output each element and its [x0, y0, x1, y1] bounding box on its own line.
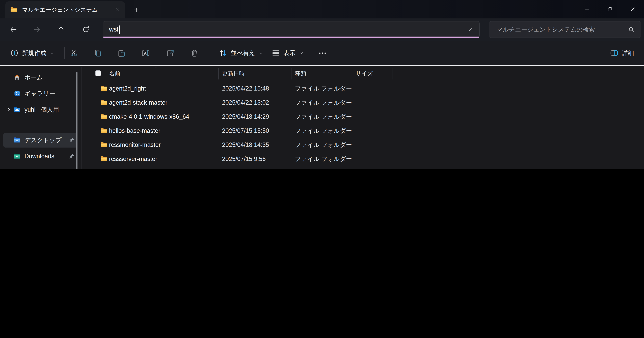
sidebar-item-documents[interactable]: ドキュメント	[3, 165, 78, 169]
ellipsis-icon	[318, 48, 327, 58]
documents-folder-icon	[14, 169, 21, 169]
sidebar-pinned-group: デスクトップDownloadsドキュメントピクチャミュージックビデオ	[0, 133, 82, 169]
sidebar-item-label: ホーム	[24, 70, 43, 85]
column-separator[interactable]	[392, 68, 392, 80]
desktop-folder-icon	[14, 136, 21, 144]
sidebar-top-group: ホームギャラリーyuhi - 個人用	[0, 70, 82, 117]
plus-circle-icon	[10, 48, 19, 57]
restore-button[interactable]	[598, 0, 621, 18]
sidebar-item-gallery[interactable]: ギャラリー	[3, 86, 78, 101]
chevron-down-icon	[258, 51, 263, 55]
file-name: cmake-4.0.1-windows-x86_64	[109, 110, 189, 124]
folder-icon	[100, 99, 108, 106]
details-pane-label: 詳細	[622, 49, 634, 57]
file-date: 2025/07/15 9:56	[222, 152, 266, 166]
table-row[interactable]: rcssmonitor-master2025/04/18 14:35ファイル フ…	[82, 138, 644, 152]
sidebar-item-downloads[interactable]: Downloads	[3, 149, 78, 164]
table-row[interactable]: rcssserver-master2025/07/15 9:56ファイル フォル…	[82, 152, 644, 166]
downloads-folder-icon	[14, 152, 21, 160]
tab-close-button[interactable]	[112, 5, 122, 15]
tab-title: マルチエージェントシステム	[22, 6, 112, 14]
minimize-button[interactable]	[576, 0, 598, 18]
forward-button[interactable]	[30, 23, 44, 36]
column-separator[interactable]	[291, 68, 292, 80]
column-header-size[interactable]: サイズ	[356, 66, 373, 80]
sidebar-scrollbar[interactable]	[76, 72, 78, 169]
sidebar-item-label: yuhi - 個人用	[24, 102, 59, 117]
search-placeholder: マルチエージェントシステムの検索	[496, 26, 628, 34]
scissors-icon	[69, 48, 78, 58]
details-pane-button[interactable]: 詳細	[606, 45, 638, 61]
folder-icon	[100, 141, 108, 148]
file-date: 2025/05/20 19:27	[222, 166, 269, 169]
copy-button[interactable]	[90, 45, 105, 61]
search-icon	[628, 26, 635, 33]
toolbar-divider	[64, 47, 65, 59]
gallery-icon	[14, 90, 21, 97]
cut-button[interactable]	[66, 45, 81, 61]
sidebar-item-label: Downloads	[24, 149, 54, 164]
title-bar: マルチエージェントシステム	[0, 0, 644, 18]
column-header-name[interactable]: 名前	[109, 66, 120, 80]
folder-icon	[100, 155, 108, 163]
table-row[interactable]: agent2d-stack-master2025/04/22 13:02ファイル…	[82, 96, 644, 110]
chevron-right-icon[interactable]	[6, 107, 12, 113]
column-header-type[interactable]: 種類	[295, 66, 306, 80]
column-separator[interactable]	[218, 68, 219, 80]
file-date: 2025/04/22 15:48	[222, 82, 269, 96]
file-name: helios-base-master	[109, 124, 160, 138]
sidebar-item-onedrive-yuhi[interactable]: yuhi - 個人用	[3, 102, 78, 117]
file-size	[337, 138, 388, 152]
folder-icon	[100, 113, 108, 120]
toolbar-divider	[210, 47, 210, 59]
table-row[interactable]: helios-base-master2025/07/15 15:50ファイル フ…	[82, 124, 644, 138]
share-button[interactable]	[162, 45, 178, 61]
new-button-label: 新規作成	[22, 49, 46, 57]
rename-button[interactable]	[138, 45, 153, 61]
file-type: RCG ファイル	[295, 166, 334, 169]
command-toolbar: 新規作成 並べ替え 表示 詳細	[0, 41, 644, 65]
sort-ascending-icon	[153, 66, 159, 70]
close-button[interactable]	[621, 0, 644, 18]
address-input[interactable]: wsl	[103, 21, 480, 38]
window-controls	[576, 0, 644, 18]
explorer-tab[interactable]: マルチエージェントシステム	[5, 1, 125, 18]
sidebar-item-home[interactable]: ホーム	[3, 70, 78, 85]
table-row[interactable]: agent2d_right2025/04/22 15:48ファイル フォルダー	[82, 82, 644, 96]
navigation-bar: wsl マルチエージェントシステムの検索	[0, 18, 644, 41]
home-icon	[14, 74, 21, 81]
folder-icon	[100, 127, 108, 134]
file-name: 20250520192010-HELIOS_base_3-vs-H...	[109, 166, 217, 169]
sort-button[interactable]: 並べ替え	[215, 45, 267, 61]
pin-icon	[68, 153, 75, 160]
more-options-button[interactable]	[314, 45, 330, 61]
sidebar-item-desktop[interactable]: デスクトップ	[3, 133, 78, 148]
file-size	[337, 110, 388, 124]
sidebar-item-label: ドキュメント	[24, 165, 62, 169]
search-input[interactable]: マルチエージェントシステムの検索	[489, 21, 641, 38]
file-size	[337, 96, 388, 110]
file-size	[337, 82, 388, 96]
view-button[interactable]: 表示	[267, 45, 308, 61]
paste-button[interactable]	[114, 45, 129, 61]
file-name: agent2d_right	[109, 82, 146, 96]
sort-arrows-icon	[219, 48, 228, 57]
onedrive-folder-icon	[14, 106, 21, 113]
column-separator[interactable]	[348, 68, 348, 80]
back-button[interactable]	[7, 23, 20, 36]
refresh-button[interactable]	[79, 23, 92, 36]
file-date: 2025/04/18 14:29	[222, 110, 269, 124]
copy-icon	[93, 48, 102, 58]
new-button[interactable]: 新規作成	[5, 45, 59, 61]
file-size	[337, 124, 388, 138]
select-all-checkbox[interactable]	[95, 70, 101, 76]
clear-address-button[interactable]	[465, 25, 475, 35]
up-button[interactable]	[54, 23, 68, 36]
column-header-date[interactable]: 更新日時	[222, 66, 245, 80]
table-row[interactable]: 20250520192010-HELIOS_base_3-vs-H...2025…	[82, 166, 644, 169]
delete-button[interactable]	[186, 45, 202, 61]
focus-underline	[103, 36, 479, 38]
file-list-pane: 名前 更新日時 種類 サイズ agent2d_right2025/04/22 1…	[82, 66, 644, 169]
table-row[interactable]: cmake-4.0.1-windows-x86_642025/04/18 14:…	[82, 110, 644, 124]
new-tab-button[interactable]	[130, 4, 142, 16]
